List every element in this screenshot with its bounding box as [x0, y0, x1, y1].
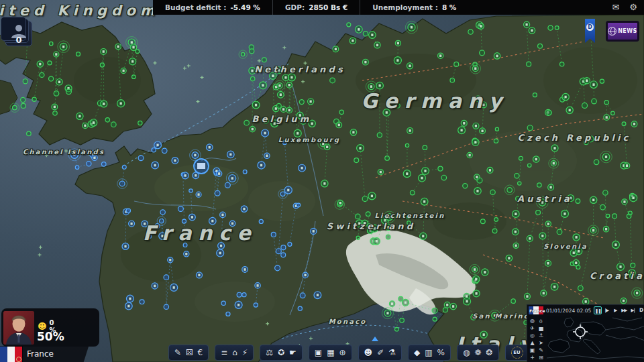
news-label: NEWS [618, 28, 637, 34]
construction-icon[interactable]: ▦ [327, 347, 334, 358]
pending-actions-count: 0 [6, 35, 32, 45]
map-label-belgium: Belgium [252, 114, 312, 124]
stat-value: 8 % [442, 3, 456, 11]
stat-gdp: GDP: 2850 Bs € [272, 0, 360, 15]
map-label-liechtenstein: Liechtenstein [375, 212, 445, 219]
game-datetime: 01/01/2024 02:05 [546, 308, 591, 314]
energy-icon[interactable]: ⚡ [242, 347, 248, 358]
trade-bag-icon[interactable]: ◆ [414, 347, 420, 358]
moneybag-icon[interactable]: € [198, 347, 203, 358]
approval-rating: 50% [37, 330, 64, 343]
routes-icon[interactable]: ➤ [537, 339, 545, 347]
eu-icon[interactable]: EU [511, 347, 523, 359]
pending-actions-stack[interactable]: 0 [5, 21, 32, 46]
crime-icon[interactable]: ☛ [289, 347, 297, 358]
map-label-croatia: Croatia [590, 271, 644, 281]
scales-icon[interactable]: ⚖ [266, 347, 273, 358]
stat-unemployment: Unemployment : 8 % [360, 0, 468, 15]
skip-button[interactable]: ▶| [629, 306, 637, 314]
research-icon[interactable]: ⚗ [388, 347, 396, 358]
diplomacy-globe-icon[interactable]: ❂ [486, 347, 492, 358]
education-icon[interactable]: ✐ [377, 347, 384, 358]
minimap-toggles: ◍⌂✈▅◎⚓▲➤▣✎+⊞ [528, 317, 546, 361]
game-screen: United KingdomChannel IslandsNetherlands… [0, 0, 644, 362]
toolbar-group-budget: ✎⚄€ [168, 345, 209, 361]
toolbar-group-international: ◍❁❂ [457, 345, 499, 361]
ministry-toolbar: ✎⚄€≡⌂⚡⚖✪☛▣▦⊕☻✐⚗◆▥%◍❁❂EU♟♚☑ [168, 345, 578, 361]
zoom-in-icon[interactable]: + [528, 354, 537, 361]
share-icon[interactable]: ✉ [610, 2, 621, 13]
tax-chart-icon[interactable]: % [437, 347, 445, 358]
stat-value: -5.49 % [230, 3, 260, 11]
country-name: France [27, 349, 54, 359]
map-label-luxembourg: Luxembourg [278, 136, 340, 143]
toolbar-group-justice: ⚖✪☛ [260, 345, 303, 361]
toolbar-expand-arrow[interactable] [372, 337, 378, 341]
day-button[interactable]: D [637, 306, 644, 314]
pause-button[interactable]: ❚❚ [594, 306, 602, 314]
stat-label: Budget deficit : [165, 3, 226, 11]
minimap-world[interactable] [547, 316, 644, 362]
toolbar-group-culture: ☻✐⚗ [358, 345, 402, 361]
briefcase-icon[interactable]: ▣ [315, 347, 322, 358]
minimap-country-label: France [529, 308, 545, 313]
map-label-san-marino: San Marino [472, 312, 530, 320]
satellite-view-icon[interactable]: ◍ [528, 317, 537, 324]
map-label-slovenia: Slovenia [543, 243, 588, 250]
map-label-france: France [143, 221, 258, 245]
terrain-icon[interactable]: ▲ [528, 339, 537, 347]
news-tv-button[interactable]: NEWS [606, 21, 639, 42]
draw-icon[interactable]: ✎ [537, 347, 545, 354]
theater-masks-icon[interactable]: ☻ [364, 347, 373, 358]
stat-label: GDP: [285, 3, 305, 11]
dice-icon[interactable]: ⚄ [186, 347, 193, 358]
fast-forward-button[interactable]: ▶▶ [620, 306, 628, 314]
world-icon[interactable]: ◍ [463, 347, 470, 358]
un-icon[interactable]: ❁ [474, 347, 481, 358]
map-label-austria: Austria [517, 194, 572, 204]
frame-icon[interactable]: ▣ [528, 347, 537, 354]
statistics-icon[interactable]: ▅ [537, 324, 545, 332]
police-badge-icon[interactable]: ✪ [278, 347, 284, 358]
toolbar-group-economy: ≡⌂⚡ [215, 345, 254, 361]
stat-value: 2850 Bs € [309, 3, 347, 11]
grid-icon[interactable]: ⊞ [537, 354, 545, 361]
bank-icon[interactable]: ▥ [425, 347, 432, 358]
toolbar-group-european-union: EU [505, 345, 529, 361]
map-label-netherlands: Netherlands [254, 64, 345, 74]
aviation-icon[interactable]: ✈ [528, 324, 537, 332]
toolbar-group-finance: ◆▥% [408, 345, 451, 361]
health-plus-icon[interactable]: ⊕ [339, 347, 346, 358]
map-label-czech-republic: Czech Republic [518, 133, 631, 143]
factory-icon[interactable]: ⌂ [232, 347, 237, 358]
globe-icon [608, 27, 616, 36]
settings-gear-icon[interactable]: ⚙ [628, 2, 639, 13]
flag-emblem-icon [16, 357, 21, 362]
top-stats-bar: Budget deficit : -5.49 % GDP: 2850 Bs € … [153, 0, 644, 15]
navy-icon[interactable]: ⚓ [537, 332, 545, 339]
minimap-panel: France 01/01/2024 02:05 ❚❚|▶▶▶▶▶|DWM ◍⌂✈… [527, 304, 644, 362]
press-emblem: D [586, 23, 594, 31]
minimap-france-flag[interactable]: France [529, 306, 543, 314]
play-step-button[interactable]: |▶ [602, 306, 610, 314]
coins-icon[interactable]: ≡ [221, 347, 227, 358]
time-control-bar: France 01/01/2024 02:05 ❚❚|▶▶▶▶▶|DWM [527, 305, 644, 316]
pen-icon[interactable]: ✎ [174, 347, 181, 358]
city-view-icon[interactable]: ⌂ [537, 317, 545, 324]
stat-budget-deficit: Budget deficit : -5.49 % [153, 0, 272, 15]
map-label-switzerland: Switzerland [327, 221, 415, 231]
leader-portrait[interactable] [3, 311, 34, 345]
map-label-channel-islands: Channel Islands [23, 148, 105, 156]
toolbar-group-employment: ▣▦⊕ [309, 345, 352, 361]
target-icon[interactable]: ◎ [528, 332, 537, 339]
map-label-monaco: Monaco [329, 318, 367, 325]
playback-controls: ❚❚|▶▶▶▶▶|DWM [594, 306, 644, 314]
stat-label: Unemployment : [372, 3, 438, 11]
map-label-germany: Germany [361, 89, 508, 113]
play-button[interactable]: ▶ [611, 306, 619, 314]
